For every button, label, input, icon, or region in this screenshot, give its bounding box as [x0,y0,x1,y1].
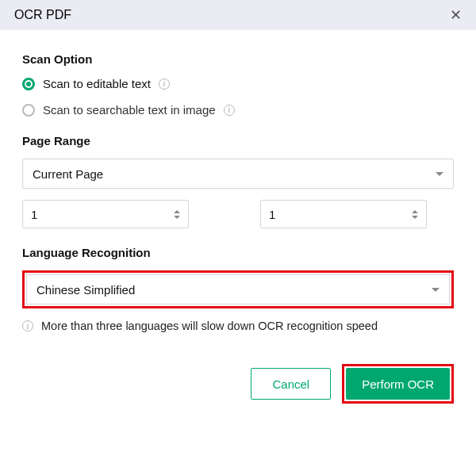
dialog-content: Scan Option Scan to editable text i Scan… [0,30,476,419]
info-icon[interactable]: i [159,78,170,90]
dropdown-value: Chinese Simplified [36,283,135,297]
chevron-up-icon[interactable] [412,210,418,213]
warning-text: More than three languages will slow down… [41,320,378,332]
perform-highlight: Perform OCR [342,364,454,404]
info-icon[interactable]: i [224,105,235,116]
language-highlight: Chinese Simplified [22,270,454,308]
page-to-stepper[interactable]: 1 [260,200,427,228]
language-dropdown[interactable]: Chinese Simplified [26,274,450,304]
radio-label: Scan to editable text [43,77,151,90]
button-row: Cancel Perform OCR [22,364,454,404]
cancel-button[interactable]: Cancel [251,368,331,400]
chevron-down-icon [432,288,440,292]
page-from-stepper[interactable]: 1 [22,200,189,228]
radio-scan-editable[interactable]: Scan to editable text i [22,77,454,90]
radio-label: Scan to searchable text in image [43,103,216,117]
radio-icon [22,104,35,117]
chevron-down-icon [436,172,443,176]
page-range-label: Page Range [22,134,454,147]
spinner-value: 1 [269,208,275,221]
titlebar: OCR PDF ✕ [0,0,476,30]
perform-ocr-button[interactable]: Perform OCR [346,368,450,400]
dialog-title: OCR PDF [14,8,71,22]
chevron-down-icon[interactable] [174,216,180,219]
dropdown-value: Current Page [33,167,103,181]
page-range-dropdown[interactable]: Current Page [22,159,454,189]
radio-icon [22,78,35,90]
language-recognition-label: Language Recognition [22,246,454,259]
spinner-value: 1 [31,208,37,221]
scan-option-label: Scan Option [22,52,454,66]
page-range-row: 1 1 [22,200,454,228]
chevron-down-icon[interactable] [412,216,418,219]
radio-scan-searchable[interactable]: Scan to searchable text in image i [22,103,454,117]
info-icon: i [22,320,33,331]
chevron-up-icon[interactable] [174,210,180,213]
close-icon[interactable]: ✕ [450,6,462,24]
language-warning: i More than three languages will slow do… [22,320,454,332]
